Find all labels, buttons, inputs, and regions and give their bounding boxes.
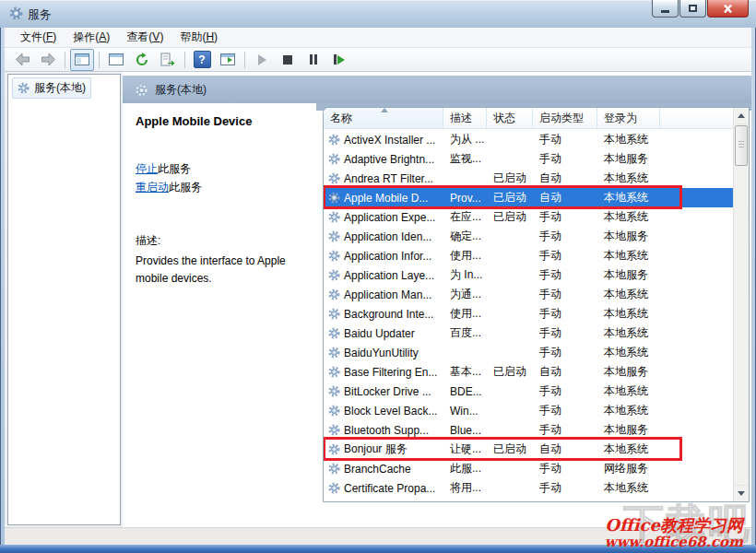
table-row[interactable]: Application Laye...为 In...手动本地服务 bbox=[324, 265, 733, 285]
selected-service-title: Apple Mobile Device bbox=[136, 114, 316, 128]
table-row[interactable]: Bluetooth Supp...Blue...手动本地服务 bbox=[324, 420, 733, 440]
details-pane: 服务(本地) Apple Mobile Device 停止此服务 重启动此服务 … bbox=[123, 72, 751, 527]
stop-service-line: 停止此服务 bbox=[136, 159, 316, 178]
table-row[interactable]: Application Expe...在应...已启动手动本地系统 bbox=[324, 207, 733, 227]
table-header: 名称 描述 状态 启动类型 登录为 bbox=[324, 108, 733, 129]
service-gear-icon bbox=[328, 482, 340, 494]
forward-arrow-icon bbox=[41, 53, 56, 66]
help-button[interactable]: ? bbox=[190, 49, 214, 71]
pause-service-button[interactable] bbox=[301, 49, 325, 71]
service-gear-icon bbox=[328, 424, 340, 436]
restore-button[interactable] bbox=[679, 0, 706, 18]
column-header-name[interactable]: 名称 bbox=[324, 108, 443, 128]
menu-view[interactable]: 查看(V) bbox=[118, 28, 171, 47]
watermark-line1: Office教程学习网 bbox=[605, 516, 743, 535]
table-row[interactable]: BaiduYunUtility手动本地系统 bbox=[324, 343, 733, 362]
table-row[interactable]: Background Inte...使用...手动本地系统 bbox=[324, 304, 733, 324]
menu-action[interactable]: 操作(A) bbox=[65, 28, 118, 47]
table-row[interactable]: Apple Mobile D...Prov...已启动自动本地系统 bbox=[324, 188, 733, 207]
service-gear-icon bbox=[328, 327, 340, 339]
column-header-startup-type[interactable]: 启动类型 bbox=[533, 108, 597, 128]
vertical-scrollbar[interactable] bbox=[733, 108, 749, 501]
scrollbar-thumb[interactable] bbox=[735, 125, 748, 166]
service-gear-icon bbox=[328, 211, 340, 223]
scroll-up-button[interactable] bbox=[734, 108, 749, 124]
forward-button[interactable] bbox=[36, 49, 60, 71]
service-gear-icon bbox=[328, 308, 340, 320]
table-row[interactable]: BitLocker Drive ...BDE...手动本地系统 bbox=[324, 382, 733, 401]
back-arrow-icon bbox=[15, 53, 30, 66]
export-list-icon bbox=[160, 53, 175, 67]
services-window: 服务 文件(F) 操作(A) 查看(V) 帮助(H) bbox=[0, 0, 756, 553]
export-list-button[interactable] bbox=[156, 49, 180, 71]
table-row[interactable]: Bonjour 服务让硬...已启动自动本地系统 bbox=[324, 440, 733, 459]
window-title: 服务 bbox=[28, 6, 52, 23]
stop-service-button[interactable] bbox=[276, 49, 300, 71]
tree-item-label: 服务(本地) bbox=[34, 80, 86, 96]
refresh-icon bbox=[135, 53, 149, 67]
column-header-description[interactable]: 描述 bbox=[443, 108, 487, 128]
column-header-blank bbox=[660, 108, 733, 128]
refresh-button[interactable] bbox=[130, 49, 154, 71]
site-watermark: Office教程学习网 www.office68.com bbox=[605, 516, 743, 549]
services-table: 名称 描述 状态 启动类型 登录为 ActiveX Installer ...为… bbox=[323, 107, 750, 502]
menu-file[interactable]: 文件(F) bbox=[12, 28, 65, 47]
table-row[interactable]: Application Iden...确定...手动本地服务 bbox=[324, 227, 733, 246]
stop-icon bbox=[283, 55, 292, 65]
service-gear-icon bbox=[328, 134, 340, 146]
close-icon bbox=[722, 4, 734, 14]
tree-item-services-local[interactable]: 服务(本地) bbox=[12, 77, 91, 99]
service-gear-icon bbox=[328, 288, 340, 300]
minimize-button[interactable] bbox=[652, 0, 679, 18]
scroll-down-icon bbox=[738, 491, 745, 496]
restart-service-link[interactable]: 重启动 bbox=[136, 181, 169, 194]
service-gear-icon bbox=[328, 463, 340, 475]
table-row[interactable]: Application Man...为通...手动本地系统 bbox=[324, 285, 733, 304]
pane-header-title: 服务(本地) bbox=[155, 82, 207, 98]
sort-ascending-icon bbox=[381, 108, 388, 112]
service-gear-icon bbox=[328, 269, 340, 281]
table-row[interactable]: Andrea RT Filter...已启动自动本地系统 bbox=[324, 169, 733, 188]
extended-standard-view-button[interactable] bbox=[216, 49, 240, 71]
back-button[interactable] bbox=[10, 49, 34, 71]
minimize-icon bbox=[661, 10, 669, 13]
service-gear-icon bbox=[328, 385, 340, 397]
table-row[interactable]: BranchCache此服...手动网络服务 bbox=[324, 459, 733, 478]
show-console-tree-button[interactable] bbox=[70, 49, 94, 71]
start-service-button[interactable] bbox=[250, 49, 274, 71]
watermark-line2: www.office68.com bbox=[605, 535, 743, 550]
console-tree-panel: 服务(本地) bbox=[7, 74, 121, 525]
service-gear-icon bbox=[328, 230, 340, 242]
work-area: 服务(本地) 服务(本地) Apple Mobile Device 停止此服务 … bbox=[5, 72, 751, 527]
table-row[interactable]: Certificate Propa...将用...手动本地系统 bbox=[324, 478, 733, 498]
stop-service-link[interactable]: 停止 bbox=[136, 162, 158, 175]
table-rows: ActiveX Installer ...为从 ...手动本地系统Adaptiv… bbox=[324, 128, 733, 501]
table-row[interactable]: Block Level Back...Win...手动本地系统 bbox=[324, 401, 733, 420]
table-row[interactable]: Adaptive Brightn...监视...手动本地服务 bbox=[324, 149, 733, 169]
toolbar-separator bbox=[244, 52, 245, 68]
table-row[interactable]: ActiveX Installer ...为从 ...手动本地系统 bbox=[324, 130, 733, 149]
description-text: Provides the interface to Apple mobile d… bbox=[136, 253, 316, 287]
service-gear-icon bbox=[328, 192, 340, 204]
menu-help[interactable]: 帮助(H) bbox=[171, 28, 226, 47]
help-icon: ? bbox=[194, 51, 211, 68]
table-row[interactable]: Baidu Updater百度...手动本地系统 bbox=[324, 324, 733, 343]
properties-button[interactable] bbox=[104, 49, 128, 71]
service-info-panel: Apple Mobile Device 停止此服务 重启动此服务 描述: Pro… bbox=[136, 114, 316, 287]
service-gear-icon bbox=[328, 172, 340, 184]
column-header-status[interactable]: 状态 bbox=[487, 108, 533, 128]
table-row[interactable]: Base Filtering En...基本...已启动自动本地服务 bbox=[324, 362, 733, 382]
toolbar: ? bbox=[5, 48, 751, 72]
toolbar-separator bbox=[99, 52, 100, 68]
toolbar-separator bbox=[65, 52, 65, 68]
properties-icon bbox=[109, 53, 124, 65]
table-row[interactable]: Application Infor...使用...手动本地系统 bbox=[324, 246, 733, 265]
close-button[interactable] bbox=[707, 0, 749, 18]
restart-service-button[interactable] bbox=[327, 49, 351, 71]
description-label: 描述: bbox=[136, 233, 316, 249]
menu-bar: 文件(F) 操作(A) 查看(V) 帮助(H) bbox=[5, 28, 751, 48]
restart-service-line: 重启动此服务 bbox=[136, 178, 316, 196]
column-header-logon-as[interactable]: 登录为 bbox=[597, 108, 660, 128]
service-gear-icon bbox=[328, 443, 340, 455]
console-tree-icon bbox=[75, 53, 89, 65]
